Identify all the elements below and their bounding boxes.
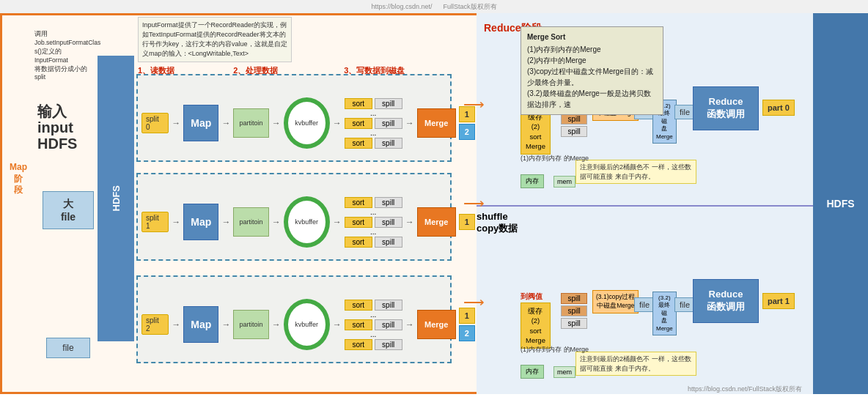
spill-box-2a: spill <box>375 300 402 311</box>
main-container: https://blog.csdn.net/ FullStack版权所有 网名：… <box>0 0 868 397</box>
kvbuffer-1: kvbuffer <box>284 196 330 248</box>
spill-box-0c: spill <box>375 138 402 149</box>
hdfs-left-label: HDFS <box>111 185 122 211</box>
map-box-0: Map <box>183 105 218 141</box>
mem-label-top: mem <box>553 176 575 188</box>
sort-box-2a: sort <box>345 300 372 311</box>
map-row-1-area: split 1 → Map → partitoin → kvbuffer → s… <box>136 173 452 261</box>
spill-box-0a: spill <box>375 98 402 109</box>
part1-box: part 1 <box>762 293 795 309</box>
dots-2b: ... <box>345 332 402 338</box>
connector-arrow-2: ⟶ <box>463 293 485 311</box>
sort-box-1b: sort <box>345 217 372 228</box>
map-box-2: Map <box>183 306 218 343</box>
sort-box-0a: sort <box>345 98 372 109</box>
map-row-2: split 2 → Map → partitoin → kvbuffer → s… <box>141 299 475 350</box>
num-1-box-1: 1 <box>459 214 475 230</box>
reduce-box-top: Reduce 函数调用 <box>693 86 759 130</box>
sort-spill-col-0: sortspill ... sortspill ... sortspill <box>345 98 402 149</box>
arrow-0c: → <box>272 118 281 128</box>
arrow-1b: → <box>221 217 230 227</box>
map-row-2-area: split 2 → Map → partitoin → kvbuffer → s… <box>136 275 452 363</box>
sort-box-0b: sort <box>345 118 372 129</box>
arrow-2e: → <box>405 319 414 330</box>
spill-bottom-2: spill <box>561 318 587 329</box>
sort-box-1a: sort <box>345 197 372 208</box>
arrow-2a: → <box>172 319 180 330</box>
spill-box-1a: spill <box>375 197 402 208</box>
dots-2a: ... <box>345 312 402 318</box>
arrow-0b: → <box>221 118 230 128</box>
sort-box-1c: sort <box>345 237 372 248</box>
split-0-label: split 0 <box>141 113 169 133</box>
dots-1: ... <box>345 209 402 215</box>
top-bar-text: https://blog.csdn.net/ FullStack版权所有 <box>371 2 496 12</box>
sort-box-2c: sort <box>345 339 372 350</box>
input-label: 输入inputHDFS <box>37 103 77 152</box>
watermark: https://blog.csdn.net/FullStack版权所有 <box>688 385 802 394</box>
part0-box: part 0 <box>762 100 795 116</box>
map-row-0: split 0 → Map → partitoin → kvbuffer → s… <box>141 97 475 149</box>
map-row-0-area: split 0 → Map → partitoin → kvbuffer → s… <box>136 74 452 162</box>
top-bar: https://blog.csdn.net/ FullStack版权所有 <box>0 0 868 13</box>
num-boxes-2: 1 2 <box>459 308 475 341</box>
merge-box-2: Merge <box>417 310 456 339</box>
spill-top-2: spill <box>561 126 587 137</box>
partitoin-box-1: partitoin <box>233 207 268 237</box>
file-bottom-2: file <box>674 297 695 312</box>
reduce-box-bottom: Reduce 函数调用 <box>693 279 759 323</box>
arrow-0d: → <box>333 118 342 128</box>
merge-box-0: Merge <box>417 108 456 138</box>
split-1-label: split 1 <box>141 212 169 232</box>
merge-sort-title: Merge Sort <box>527 31 657 42</box>
sort-box-0c: sort <box>345 138 372 149</box>
memory-box-bottom: 缓存 (2) sort Merge <box>521 303 551 349</box>
file-box: file <box>46 338 90 358</box>
mem-label-bottom: mem <box>553 366 575 378</box>
map-box-1: Map <box>183 204 218 240</box>
sort-spill-col-1: sortspill ... sortspill ... sortspill <box>345 197 402 248</box>
sort-spill-col-2: sortspill ... sortspill ... sortspill <box>345 300 402 350</box>
merge-sort-tooltip: Merge Sort (1)内存到内存的Merge (2)内存中的Merge (… <box>521 26 663 115</box>
inner-memory-top: 内存 <box>521 174 544 188</box>
merge-sort-line-1: (2)内存中的Merge <box>527 55 657 66</box>
kvbuffer-2: kvbuffer <box>284 299 330 350</box>
dots-0a: ... <box>345 111 402 116</box>
merge-box-1: Merge <box>417 207 456 237</box>
arrow-2d: → <box>333 319 342 330</box>
arrow-0e: → <box>405 118 414 128</box>
map-phase-container: Map 阶 段 HDFS 调用 Job.setInputFormatClas s… <box>0 13 482 394</box>
spill-bottom-0: spill <box>561 293 587 304</box>
arrow-1d: → <box>333 217 342 227</box>
final-merge-bottom: (3.2) 最终 磁 盘 Merge <box>652 292 677 335</box>
memory-box-top: 缓存 (2) sort Merge <box>521 108 551 155</box>
merge-sort-line-3: (3.2)最终磁盘的Merge一般是边拷贝数据边排序，速 <box>527 88 657 110</box>
note-top: 注意到最后的2桶颜色不 一样，这些数据可能直接 来自于内存。 <box>575 160 696 184</box>
hdfs-annotation: 调用 Job.setInputFormatClas s()定义的InputFor… <box>34 30 95 82</box>
big-file-box: 大 file <box>43 191 94 229</box>
spill-bottom-1: spill <box>561 305 587 316</box>
spill-box-1c: spill <box>375 237 402 248</box>
arrow-1a: → <box>172 217 180 227</box>
merge-sort-line-0: (1)内存到内存的Merge <box>527 44 657 55</box>
spill-top-1: spill <box>561 114 587 125</box>
merge-sort-line-2: (3)copy过程中磁盘文件Merge目的：减少最终合并量。 <box>527 66 657 88</box>
file-bottom: file <box>634 297 655 312</box>
inputformat-annotation: InputFormat提供了一个RecordReader的实现，例如TextIn… <box>138 17 292 62</box>
map-phase-label: Map 阶 段 <box>4 162 33 196</box>
num-2-box-2: 2 <box>459 325 475 341</box>
split-2-label: split 2 <box>141 314 169 335</box>
arrow-1e: → <box>405 217 414 227</box>
reduce-phase-container: Reduce阶段 Merge Sort (1)内存到内存的Merge (2)内存… <box>477 13 868 394</box>
spill-box-2b: spill <box>375 319 402 330</box>
partitoin-box-2: partitoin <box>233 310 268 339</box>
arrow-2c: → <box>272 319 281 330</box>
arrow-0a: → <box>172 118 180 128</box>
hdfs-right-box: HDFS <box>813 13 868 394</box>
note-bottom: 注意到最后的2桶颜色不 一样，这些数据可能直接 来自于内存。 <box>575 352 696 376</box>
connector-arrow-1: ⟶ <box>463 194 485 212</box>
map-row-1: split 1 → Map → partitoin → kvbuffer → s… <box>141 196 475 248</box>
arrow-1c: → <box>272 217 281 227</box>
num-boxes-1: 1 <box>459 214 475 230</box>
connector-arrow-0: ⟶ <box>463 95 485 113</box>
